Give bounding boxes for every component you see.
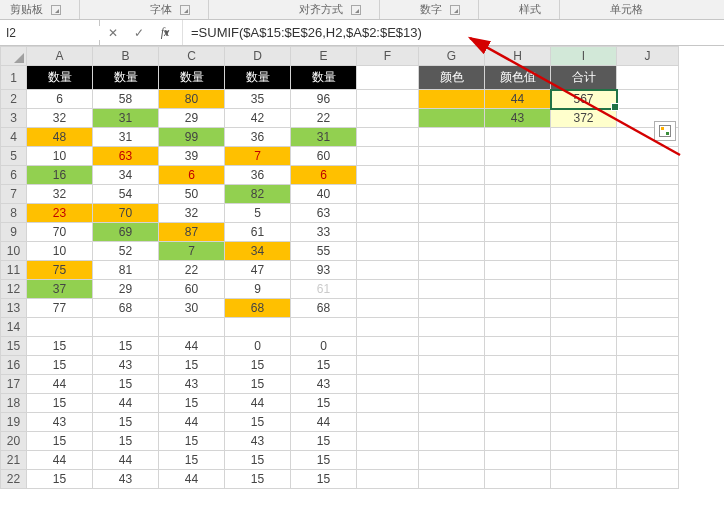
cell-C14[interactable] bbox=[159, 318, 225, 337]
cell-F20[interactable] bbox=[357, 432, 419, 451]
cell-A2[interactable]: 6 bbox=[27, 90, 93, 109]
cell-G13[interactable] bbox=[419, 299, 485, 318]
cell-D12[interactable]: 9 bbox=[225, 280, 291, 299]
cell-I21[interactable] bbox=[551, 451, 617, 470]
cell-I20[interactable] bbox=[551, 432, 617, 451]
column-header-B[interactable]: B bbox=[93, 47, 159, 66]
paste-options-button[interactable] bbox=[654, 121, 676, 141]
cell-D3[interactable]: 42 bbox=[225, 109, 291, 128]
cell-B21[interactable]: 44 bbox=[93, 451, 159, 470]
cell-E9[interactable]: 33 bbox=[291, 223, 357, 242]
cell-C16[interactable]: 15 bbox=[159, 356, 225, 375]
cell-F4[interactable] bbox=[357, 128, 419, 147]
cell-A5[interactable]: 10 bbox=[27, 147, 93, 166]
cell-G17[interactable] bbox=[419, 375, 485, 394]
cell-D10[interactable]: 34 bbox=[225, 242, 291, 261]
cell-D17[interactable]: 15 bbox=[225, 375, 291, 394]
cell-J7[interactable] bbox=[617, 185, 679, 204]
cell-C2[interactable]: 80 bbox=[159, 90, 225, 109]
cell-D7[interactable]: 82 bbox=[225, 185, 291, 204]
cell-C8[interactable]: 32 bbox=[159, 204, 225, 223]
dialog-launcher-icon[interactable] bbox=[450, 5, 460, 15]
cell-G14[interactable] bbox=[419, 318, 485, 337]
cell-D6[interactable]: 36 bbox=[225, 166, 291, 185]
cell-J12[interactable] bbox=[617, 280, 679, 299]
cell-D5[interactable]: 7 bbox=[225, 147, 291, 166]
column-header-C[interactable]: C bbox=[159, 47, 225, 66]
cell-D4[interactable]: 36 bbox=[225, 128, 291, 147]
worksheet-area[interactable]: ABCDEFGHIJ1数量数量数量数量数量颜色颜色值合计265880359644… bbox=[0, 46, 724, 489]
cell-G10[interactable] bbox=[419, 242, 485, 261]
cell-B7[interactable]: 54 bbox=[93, 185, 159, 204]
cell-H12[interactable] bbox=[485, 280, 551, 299]
cell-I14[interactable] bbox=[551, 318, 617, 337]
row-header-14[interactable]: 14 bbox=[1, 318, 27, 337]
row-header-4[interactable]: 4 bbox=[1, 128, 27, 147]
cell-J16[interactable] bbox=[617, 356, 679, 375]
cell-C10[interactable]: 7 bbox=[159, 242, 225, 261]
cell-J14[interactable] bbox=[617, 318, 679, 337]
cell-C7[interactable]: 50 bbox=[159, 185, 225, 204]
cell-B9[interactable]: 69 bbox=[93, 223, 159, 242]
cell-J9[interactable] bbox=[617, 223, 679, 242]
cell-B4[interactable]: 31 bbox=[93, 128, 159, 147]
cell-F14[interactable] bbox=[357, 318, 419, 337]
cell-H15[interactable] bbox=[485, 337, 551, 356]
cell-F10[interactable] bbox=[357, 242, 419, 261]
cell-B22[interactable]: 43 bbox=[93, 470, 159, 489]
cell-G15[interactable] bbox=[419, 337, 485, 356]
cell-D22[interactable]: 15 bbox=[225, 470, 291, 489]
cell-I7[interactable] bbox=[551, 185, 617, 204]
cell-A3[interactable]: 32 bbox=[27, 109, 93, 128]
cell-E21[interactable]: 15 bbox=[291, 451, 357, 470]
cell-I15[interactable] bbox=[551, 337, 617, 356]
cell-H19[interactable] bbox=[485, 413, 551, 432]
cell-C6[interactable]: 6 bbox=[159, 166, 225, 185]
cell-F22[interactable] bbox=[357, 470, 419, 489]
cell-A14[interactable] bbox=[27, 318, 93, 337]
cell-F11[interactable] bbox=[357, 261, 419, 280]
cell-J13[interactable] bbox=[617, 299, 679, 318]
cell-A21[interactable]: 44 bbox=[27, 451, 93, 470]
cell-H10[interactable] bbox=[485, 242, 551, 261]
insert-function-button[interactable]: fx bbox=[152, 21, 178, 45]
cell-C13[interactable]: 30 bbox=[159, 299, 225, 318]
cell-I22[interactable] bbox=[551, 470, 617, 489]
cell-J11[interactable] bbox=[617, 261, 679, 280]
dialog-launcher-icon[interactable] bbox=[51, 5, 61, 15]
cell-C11[interactable]: 22 bbox=[159, 261, 225, 280]
cell-F8[interactable] bbox=[357, 204, 419, 223]
cell-I8[interactable] bbox=[551, 204, 617, 223]
cell-A7[interactable]: 32 bbox=[27, 185, 93, 204]
cell-G20[interactable] bbox=[419, 432, 485, 451]
cell-B20[interactable]: 15 bbox=[93, 432, 159, 451]
cell-G19[interactable] bbox=[419, 413, 485, 432]
cell-B11[interactable]: 81 bbox=[93, 261, 159, 280]
row-header-18[interactable]: 18 bbox=[1, 394, 27, 413]
cell-F3[interactable] bbox=[357, 109, 419, 128]
dialog-launcher-icon[interactable] bbox=[351, 5, 361, 15]
spreadsheet-grid[interactable]: ABCDEFGHIJ1数量数量数量数量数量颜色颜色值合计265880359644… bbox=[0, 46, 679, 489]
row-header-16[interactable]: 16 bbox=[1, 356, 27, 375]
cell-H4[interactable] bbox=[485, 128, 551, 147]
cell-G12[interactable] bbox=[419, 280, 485, 299]
row-header-2[interactable]: 2 bbox=[1, 90, 27, 109]
row-header-19[interactable]: 19 bbox=[1, 413, 27, 432]
cell-E15[interactable]: 0 bbox=[291, 337, 357, 356]
cell-B17[interactable]: 15 bbox=[93, 375, 159, 394]
cell-F16[interactable] bbox=[357, 356, 419, 375]
row-header-3[interactable]: 3 bbox=[1, 109, 27, 128]
cell-I5[interactable] bbox=[551, 147, 617, 166]
cell-A18[interactable]: 15 bbox=[27, 394, 93, 413]
column-header-D[interactable]: D bbox=[225, 47, 291, 66]
column-header-H[interactable]: H bbox=[485, 47, 551, 66]
header-cell[interactable]: 数量 bbox=[93, 66, 159, 90]
cell-C12[interactable]: 60 bbox=[159, 280, 225, 299]
cell-B8[interactable]: 70 bbox=[93, 204, 159, 223]
cell-E22[interactable]: 15 bbox=[291, 470, 357, 489]
cell-C3[interactable]: 29 bbox=[159, 109, 225, 128]
cell-I16[interactable] bbox=[551, 356, 617, 375]
cell-C17[interactable]: 43 bbox=[159, 375, 225, 394]
cell-D13[interactable]: 68 bbox=[225, 299, 291, 318]
cell-J19[interactable] bbox=[617, 413, 679, 432]
